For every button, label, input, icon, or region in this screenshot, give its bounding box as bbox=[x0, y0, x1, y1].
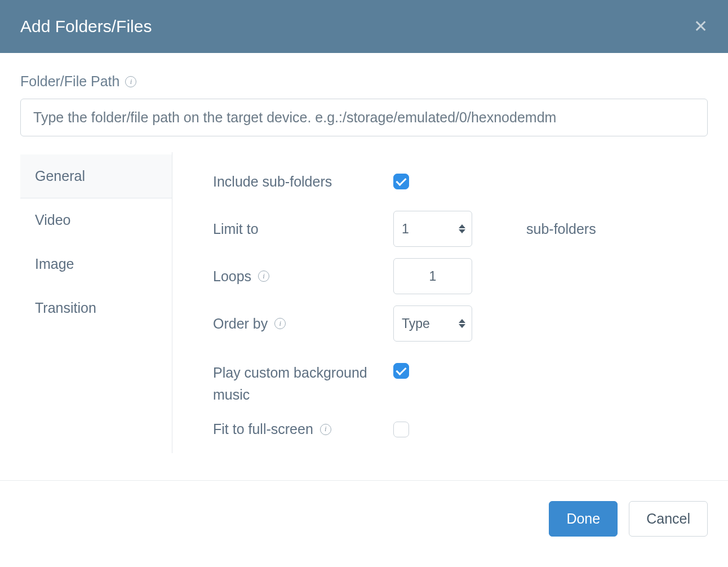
info-icon[interactable]: i bbox=[258, 271, 269, 282]
play-music-checkbox[interactable] bbox=[393, 363, 409, 379]
include-subfolders-checkbox[interactable] bbox=[393, 174, 409, 189]
order-by-select-wrap: Type bbox=[393, 305, 472, 342]
dialog-header: Add Folders/Files ✕ bbox=[0, 0, 728, 53]
general-panel: Include sub-folders Limit to 1 bbox=[172, 152, 708, 453]
loops-label: Loops bbox=[213, 265, 251, 287]
info-icon[interactable]: i bbox=[125, 76, 136, 87]
row-fit-fullscreen: Fit to full-screen i bbox=[213, 406, 708, 453]
include-subfolders-label: Include sub-folders bbox=[213, 171, 332, 193]
fit-fullscreen-label: Fit to full-screen bbox=[213, 418, 313, 440]
play-music-label: Play custom background music bbox=[213, 362, 393, 406]
add-folders-files-dialog: Add Folders/Files ✕ Folder/File Path i G… bbox=[0, 0, 728, 557]
limit-to-select[interactable]: 1 bbox=[393, 211, 472, 247]
limit-to-suffix: sub-folders bbox=[506, 221, 596, 237]
limit-to-select-wrap: 1 bbox=[393, 211, 472, 247]
dialog-footer: Done Cancel bbox=[0, 480, 728, 557]
row-play-music: Play custom background music bbox=[213, 357, 708, 406]
fit-fullscreen-checkbox[interactable] bbox=[393, 422, 409, 437]
order-by-select[interactable]: Type bbox=[393, 305, 472, 342]
loops-input[interactable] bbox=[393, 258, 472, 294]
info-icon[interactable]: i bbox=[320, 424, 331, 435]
settings-sidebar: General Video Image Transition bbox=[20, 152, 172, 453]
done-button[interactable]: Done bbox=[549, 501, 618, 537]
path-input[interactable] bbox=[20, 99, 708, 136]
path-label: Folder/File Path bbox=[20, 73, 119, 90]
sidebar-item-general[interactable]: General bbox=[20, 154, 172, 198]
cancel-button[interactable]: Cancel bbox=[629, 501, 708, 537]
dialog-body: Folder/File Path i General Video Image T… bbox=[0, 53, 728, 480]
row-loops: Loops i bbox=[213, 253, 708, 300]
dialog-title: Add Folders/Files bbox=[20, 17, 152, 36]
close-icon[interactable]: ✕ bbox=[694, 18, 708, 35]
row-limit-to: Limit to 1 sub-folders bbox=[213, 205, 708, 253]
info-icon[interactable]: i bbox=[274, 318, 286, 329]
sidebar-item-transition[interactable]: Transition bbox=[20, 286, 172, 330]
content-area: General Video Image Transition Include s… bbox=[20, 152, 708, 453]
row-include-subfolders: Include sub-folders bbox=[213, 158, 708, 205]
order-by-label: Order by bbox=[213, 313, 268, 335]
path-label-row: Folder/File Path i bbox=[20, 73, 708, 90]
sidebar-item-video[interactable]: Video bbox=[20, 198, 172, 242]
limit-to-label: Limit to bbox=[213, 218, 259, 240]
row-order-by: Order by i Type bbox=[213, 300, 708, 347]
sidebar-item-image[interactable]: Image bbox=[20, 242, 172, 286]
